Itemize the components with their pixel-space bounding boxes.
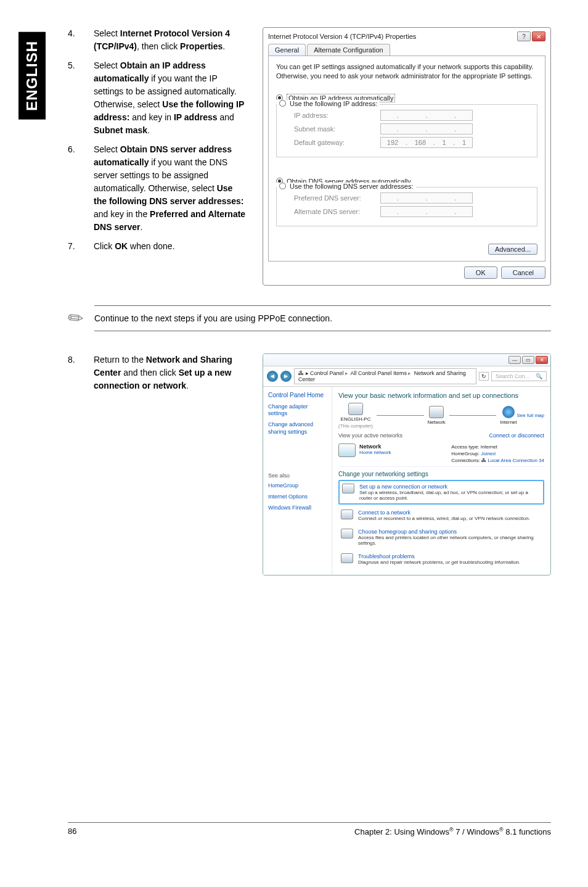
- sidebar-homegroup[interactable]: HomeGroup: [268, 482, 327, 490]
- option-title: Set up a new connection or network: [359, 484, 541, 490]
- connector-line: [377, 415, 424, 416]
- footer-text: 7 / Windows: [454, 828, 499, 837]
- gateway-field[interactable]: 192. 168. 1. 1: [380, 137, 473, 148]
- step-text: Return to the: [94, 355, 146, 365]
- cancel-button[interactable]: Cancel: [501, 266, 545, 279]
- dialog-body: You can get IP settings assigned automat…: [268, 56, 545, 262]
- close-button[interactable]: ✕: [532, 31, 545, 41]
- radio-icon: [279, 183, 286, 189]
- preferred-dns-field[interactable]: ...: [380, 192, 473, 204]
- note-text: Continue to the next steps if you are us…: [94, 310, 551, 327]
- crumb-segment: Control Panel: [310, 370, 344, 376]
- step-6: 6. Select Obtain DNS server address auto…: [68, 143, 247, 234]
- node-this-computer: ENGLISH-PC (This computer): [338, 403, 373, 429]
- minimize-button[interactable]: —: [508, 356, 521, 364]
- wizard-icon: [342, 484, 354, 493]
- sidebar-advanced-sharing[interactable]: Change advanced sharing settings: [268, 421, 327, 435]
- alternate-dns-field[interactable]: ...: [380, 206, 473, 217]
- kv-label: HomeGroup:: [451, 451, 480, 456]
- sidebar: Control Panel Home Change adapter settin…: [263, 387, 332, 576]
- network-details: Access type: Internet HomeGroup: Joined …: [451, 444, 544, 464]
- step-text: , then click: [137, 41, 180, 51]
- gw-octet: 1: [462, 139, 466, 146]
- address-bar: ◄ ► 🖧 ▸ Control Panel▸ All Control Panel…: [263, 366, 550, 387]
- radio-label: Use the following IP address:: [290, 100, 377, 107]
- sidebar-windows-firewall[interactable]: Windows Firewall: [268, 505, 327, 512]
- kv-value-link[interactable]: Joined: [481, 451, 496, 456]
- sidebar-home[interactable]: Control Panel Home: [268, 392, 327, 398]
- dns-group: Obtain DNS server address automatically …: [276, 171, 537, 236]
- tab-general[interactable]: General: [268, 44, 306, 56]
- step-text: Select: [94, 144, 120, 154]
- option-desc: Diagnose and repair network problems, or…: [358, 559, 520, 565]
- step-8: 8. Return to the Network and Sharing Cen…: [68, 353, 247, 392]
- radio-label: Use the following DNS server addresses:: [290, 183, 414, 190]
- troubleshoot-icon: [341, 553, 353, 563]
- tab-alternate-config[interactable]: Alternate Configuration: [307, 44, 390, 56]
- step-5: 5. Select Obtain an IP address automatic…: [68, 59, 247, 137]
- close-button[interactable]: ✕: [536, 356, 548, 364]
- step-text: .: [147, 125, 150, 135]
- step-7: 7. Click OK when done.: [68, 240, 247, 253]
- option-title: Choose homegroup and sharing options: [358, 529, 542, 535]
- gw-octet: 1: [442, 139, 446, 146]
- step-bold: Properties: [180, 41, 223, 51]
- nav-forward-button[interactable]: ►: [280, 371, 292, 382]
- connect-icon: [341, 510, 353, 519]
- search-icon: 🔍: [536, 373, 542, 379]
- globe-icon: [502, 406, 515, 418]
- help-button[interactable]: ?: [517, 31, 531, 41]
- step-bold: Subnet mask: [94, 125, 147, 135]
- step-text: and key in: [129, 112, 174, 122]
- step-bold: IP address: [174, 112, 218, 122]
- option-troubleshoot[interactable]: Troubleshoot problems Diagnose and repai…: [338, 551, 544, 567]
- crumb-segment: All Control Panel Items: [351, 370, 407, 376]
- step-number: 5.: [68, 59, 79, 137]
- search-placeholder: Search Con...: [496, 373, 529, 379]
- advanced-button[interactable]: Advanced...: [488, 244, 537, 255]
- network-type-link[interactable]: Home network: [359, 450, 391, 455]
- kv-label: Connections:: [451, 458, 480, 463]
- connect-disconnect-link[interactable]: Connect or disconnect: [489, 432, 544, 439]
- radio-use-ip[interactable]: Use the following IP address:: [277, 100, 380, 107]
- see-full-map-link[interactable]: See full map: [517, 413, 544, 418]
- node-network: Network: [428, 406, 446, 425]
- dialog-description: You can get IP settings assigned automat…: [276, 62, 537, 81]
- breadcrumb[interactable]: 🖧 ▸ Control Panel▸ All Control Panel Ite…: [294, 368, 476, 384]
- refresh-button[interactable]: ↻: [479, 372, 489, 381]
- search-input[interactable]: Search Con... 🔍: [491, 371, 547, 381]
- note-body: Continue to the next steps if you are us…: [94, 302, 551, 335]
- option-desc: Access files and printers located on oth…: [358, 535, 542, 546]
- option-title: Troubleshoot problems: [358, 553, 520, 559]
- footer-text: Chapter 2: Using Windows: [354, 828, 449, 837]
- page-footer: 86 Chapter 2: Using Windows® 7 / Windows…: [68, 823, 551, 836]
- ip-address-field[interactable]: ...: [380, 110, 473, 121]
- network-icon: [338, 444, 356, 457]
- node-label: ENGLISH-PC: [341, 416, 371, 422]
- kv-value-link[interactable]: Local Area Connection 34: [488, 458, 544, 463]
- preferred-dns-label: Preferred DNS server:: [294, 194, 380, 202]
- computer-icon: [348, 403, 363, 415]
- gw-octet: 192: [387, 139, 398, 146]
- nav-back-button[interactable]: ◄: [267, 371, 278, 382]
- option-connect-network[interactable]: Connect to a network Connect or reconnec…: [338, 507, 544, 524]
- sidebar-internet-options[interactable]: Internet Options: [268, 493, 327, 501]
- node-label: Network: [428, 419, 446, 425]
- ok-button[interactable]: OK: [464, 266, 497, 279]
- subnet-mask-field[interactable]: ...: [380, 123, 473, 134]
- option-setup-connection[interactable]: Set up a new connection or network Set u…: [338, 480, 544, 505]
- steps-column: 4. Select Internet Protocol Version 4 (T…: [68, 27, 247, 259]
- option-homegroup[interactable]: Choose homegroup and sharing options Acc…: [338, 526, 544, 548]
- network-sharing-center-window: — ▭ ✕ ◄ ► 🖧 ▸ Control Panel▸ All Control…: [263, 353, 551, 576]
- step-4: 4. Select Internet Protocol Version 4 (T…: [68, 27, 247, 53]
- sidebar-change-adapter[interactable]: Change adapter settings: [268, 403, 327, 418]
- radio-use-dns[interactable]: Use the following DNS server addresses:: [277, 183, 416, 190]
- maximize-button[interactable]: ▭: [522, 356, 534, 364]
- footer-text: 8.1 functions: [504, 828, 551, 837]
- alternate-dns-label: Alternate DNS server:: [294, 208, 380, 215]
- option-desc: Set up a wireless, broadband, dial-up, a…: [359, 490, 541, 501]
- kv-value: Internet: [481, 444, 497, 450]
- dialog-column: Internet Protocol Version 4 (TCP/IPv4) P…: [263, 27, 551, 286]
- crumb-segment: 🖧 ▸: [298, 370, 310, 376]
- homegroup-icon: [341, 529, 353, 538]
